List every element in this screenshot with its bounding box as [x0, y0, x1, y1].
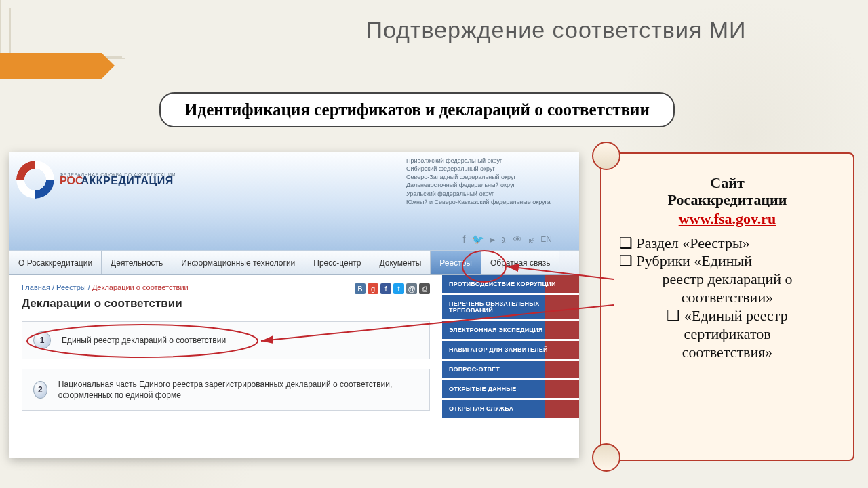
district-item[interactable]: Северо-Западный федеральный округ — [406, 173, 552, 181]
sidebar-item-requirements[interactable]: ПЕРЕЧЕНЬ ОБЯЗАТЕЛЬНЫХ ТРЕБОВАНИЙ — [442, 295, 579, 319]
sidebar-item-faq[interactable]: ВОПРОС-ОТВЕТ — [442, 361, 579, 378]
share-icons: B g f t @ ⎙ — [355, 283, 430, 294]
website-screenshot: ФЕДЕРАЛЬНАЯ СЛУЖБА ПО АККРЕДИТАЦИИ РОСАК… — [9, 152, 579, 458]
logo-name: АККРЕДИТАЦИЯ — [81, 175, 173, 186]
eye-icon[interactable]: 👁 — [513, 234, 522, 245]
note-bullet-1: Раздел «Реестры» — [619, 235, 835, 253]
sidebar-item-anticorruption[interactable]: ПРОТИВОДЕЙСТВИЕ КОРРУПЦИИ — [442, 275, 579, 293]
entry-number: 1 — [33, 331, 51, 349]
main-nav: О Росаккредитации Деятельность Информаци… — [9, 251, 579, 275]
tw-icon[interactable]: t — [393, 283, 404, 294]
sidebar-item-opendata[interactable]: ОТКРЫТЫЕ ДАННЫЕ — [442, 380, 579, 398]
district-item[interactable]: Уральский федеральный округ — [406, 190, 552, 198]
nav-activity[interactable]: Деятельность — [102, 251, 172, 274]
rss-icon[interactable]: גּ — [502, 234, 506, 245]
main-area: B g f t @ ⎙ Главная / Реестры / Декларац… — [9, 275, 579, 428]
districts-list: Приволжский федеральный округ Сибирский … — [406, 157, 552, 206]
note-bullet-2b: реестр деклараций о — [619, 270, 835, 289]
entry-label: Единый реестр деклараций о соответствии — [62, 335, 226, 346]
slide-title: Подтверждение соответствия МИ — [0, 17, 868, 43]
sidebar-item-navigator[interactable]: НАВИГАТОР ДЛЯ ЗАЯВИТЕЛЕЙ — [442, 341, 579, 359]
nav-it[interactable]: Информационные технологии — [172, 251, 304, 274]
sidebar-links: ПРОТИВОДЕЙСТВИЕ КОРРУПЦИИ ПЕРЕЧЕНЬ ОБЯЗА… — [442, 275, 579, 428]
crumb-home[interactable]: Главная — [22, 283, 50, 291]
site-logo[interactable]: ФЕДЕРАЛЬНАЯ СЛУЖБА ПО АККРЕДИТАЦИИ РОСАК… — [16, 161, 176, 199]
youtube-icon[interactable]: ▸ — [490, 234, 495, 245]
district-item[interactable]: Дальневосточный федеральный округ — [406, 181, 552, 189]
district-item[interactable]: Южный и Северо-Кавказский федеральные ок… — [406, 198, 552, 206]
district-item[interactable]: Приволжский федеральный округ — [406, 157, 552, 165]
site-header: ФЕДЕРАЛЬНАЯ СЛУЖБА ПО АККРЕДИТАЦИИ РОСАК… — [9, 152, 579, 251]
note-heading-l1: Сайт — [619, 174, 835, 191]
logo-icon — [16, 161, 54, 199]
lang-switch[interactable]: EN — [540, 235, 552, 244]
note-bullet-3a: «Единый реестр — [619, 307, 835, 325]
note-bullet-2c: соответствии» — [619, 289, 835, 307]
subtitle-banner: Идентификация сертификатов и деклараций … — [159, 92, 675, 127]
fb-icon[interactable]: f — [380, 283, 391, 294]
nav-docs[interactable]: Документы — [370, 251, 431, 274]
logo-prefix: РОС — [60, 175, 83, 186]
gplus-icon[interactable]: g — [368, 283, 378, 294]
crumb-registries[interactable]: Реестры — [56, 283, 86, 291]
crumb-current: Декларации о соответствии — [92, 283, 189, 291]
nav-about[interactable]: О Росаккредитации — [9, 251, 102, 274]
note-bullet-3c: соответствия» — [619, 344, 835, 362]
twitter-icon[interactable]: 🐦 — [472, 234, 484, 245]
nav-feedback[interactable]: Обратная связь — [481, 251, 559, 274]
district-item[interactable]: Сибирский федеральный округ — [406, 165, 552, 173]
sidebar-item-openservice[interactable]: ОТКРЫТАЯ СЛУЖБА — [442, 400, 579, 418]
header-social-row: f 🐦 ▸ גּ 👁 ⸙ EN — [462, 234, 552, 245]
page-title: Декларации о соответствии — [22, 297, 430, 310]
entry-label: Национальная часть Единого реестра зарег… — [58, 379, 418, 401]
note-url[interactable]: www.fsa.gov.ru — [679, 210, 776, 228]
facebook-icon[interactable]: f — [462, 234, 465, 245]
print-icon[interactable]: ⎙ — [419, 283, 430, 294]
entry-number: 2 — [33, 381, 47, 399]
mail-icon[interactable]: @ — [406, 283, 417, 294]
nav-registries[interactable]: Реестры — [431, 251, 481, 274]
registry-entry[interactable]: 2 Национальная часть Единого реестра зар… — [22, 369, 430, 411]
annotation-scroll: Сайт Росаккредитации www.fsa.gov.ru Разд… — [600, 152, 854, 461]
content-column: B g f t @ ⎙ Главная / Реестры / Декларац… — [9, 275, 442, 428]
sitemap-icon[interactable]: ⸙ — [529, 234, 534, 245]
note-bullet-2a: Рубрики «Единый — [619, 252, 835, 270]
registry-entry[interactable]: 1 Единый реестр деклараций о соответстви… — [22, 321, 430, 359]
note-heading-l2: Росаккредитации — [619, 191, 835, 208]
orange-accent-tab — [0, 53, 102, 79]
nav-press[interactable]: Пресс-центр — [304, 251, 370, 274]
note-bullet-3b: сертификатов — [619, 325, 835, 344]
vk-icon[interactable]: B — [355, 283, 366, 294]
sidebar-item-expedition[interactable]: ЭЛЕКТРОННАЯ ЭКСПЕДИЦИЯ — [442, 321, 579, 339]
